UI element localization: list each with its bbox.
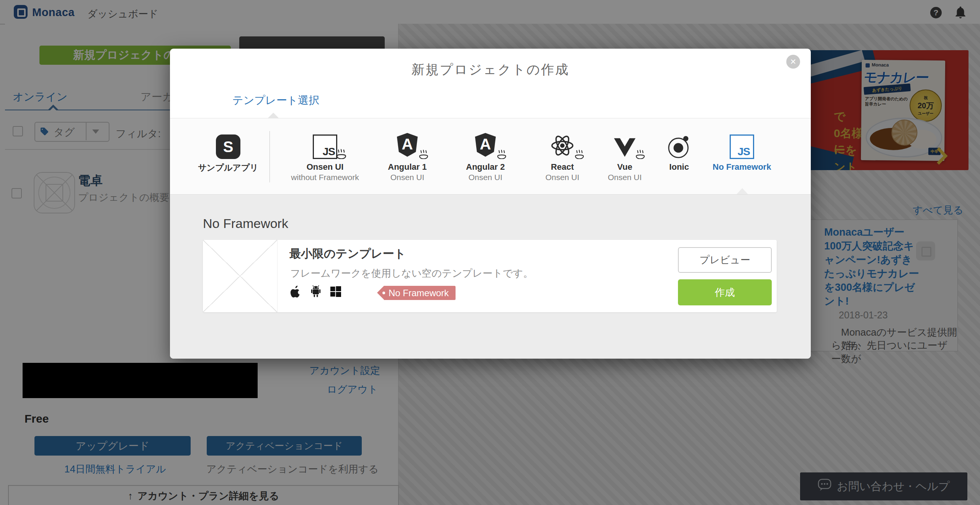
template-card: 最小限のテンプレート フレームワークを使用しない空のテンプレートです。	[203, 240, 777, 312]
section-heading: No Framework	[203, 216, 288, 231]
onsen-ui-icon	[418, 149, 428, 161]
template-thumbnail-placeholder	[203, 240, 278, 312]
template-description: フレームワークを使用しない空のテンプレートです。	[290, 267, 533, 280]
react-icon	[550, 134, 575, 157]
windows-icon	[330, 286, 341, 297]
template-angular1[interactable]: A Angular 1 Onsen UI	[365, 126, 449, 182]
step-caret	[268, 113, 279, 118]
platform-icons	[290, 284, 341, 299]
template-onsen-ui[interactable]: JS Onsen UI without Framework	[283, 126, 367, 182]
create-button[interactable]: 作成	[678, 279, 772, 305]
sample-app-icon: S	[216, 134, 240, 159]
onsen-ui-icon	[336, 148, 346, 161]
selected-template-caret	[737, 188, 748, 194]
template-angular2[interactable]: A Angular 2 Onsen UI	[443, 126, 528, 182]
framework-badge: No Framework	[384, 286, 456, 300]
angular-icon: A	[474, 132, 497, 157]
js-icon: JS	[313, 134, 337, 159]
new-project-modal: ✕ 新規プロジェクトの作成 テンプレート選択 S サンプルアプリ JS Onse…	[170, 49, 811, 359]
modal-title: 新規プロジェクトの作成	[170, 61, 811, 79]
monaca-dashboard: Monaca ダッシュボード ? 新規プロジェクトの作成 オンライン アーカイブ…	[0, 0, 980, 505]
android-icon	[309, 284, 322, 299]
angular-icon: A	[395, 132, 419, 157]
js-blue-icon: JS	[730, 134, 754, 159]
preview-button[interactable]: プレビュー	[678, 247, 772, 273]
onsen-ui-icon	[497, 149, 506, 161]
svg-text:A: A	[480, 135, 491, 153]
template-no-framework[interactable]: JS No Framework	[700, 126, 784, 172]
step-tab-template-select[interactable]: テンプレート選択	[232, 93, 319, 108]
template-detail-section: No Framework 最小限のテンプレート フレームワークを使用しない空のテ…	[170, 195, 811, 359]
template-title: 最小限のテンプレート	[289, 246, 406, 262]
ionic-icon	[667, 135, 691, 159]
vue-icon	[614, 138, 636, 157]
template-sample-app[interactable]: S サンプルアプリ	[186, 126, 270, 174]
svg-text:A: A	[402, 135, 413, 153]
apple-icon	[290, 285, 302, 298]
